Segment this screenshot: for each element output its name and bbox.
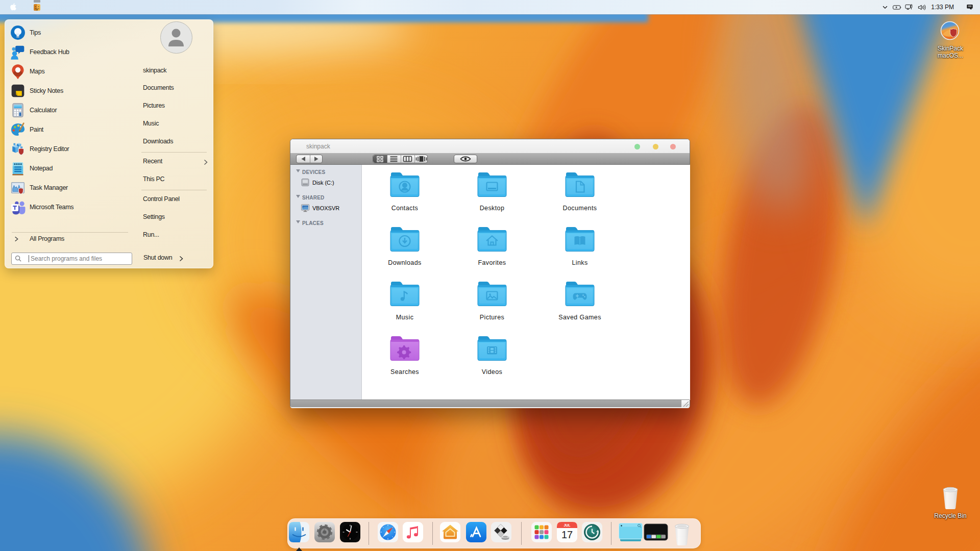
svg-text:17: 17 [561,529,573,540]
svg-text:JUL: JUL [564,523,571,527]
